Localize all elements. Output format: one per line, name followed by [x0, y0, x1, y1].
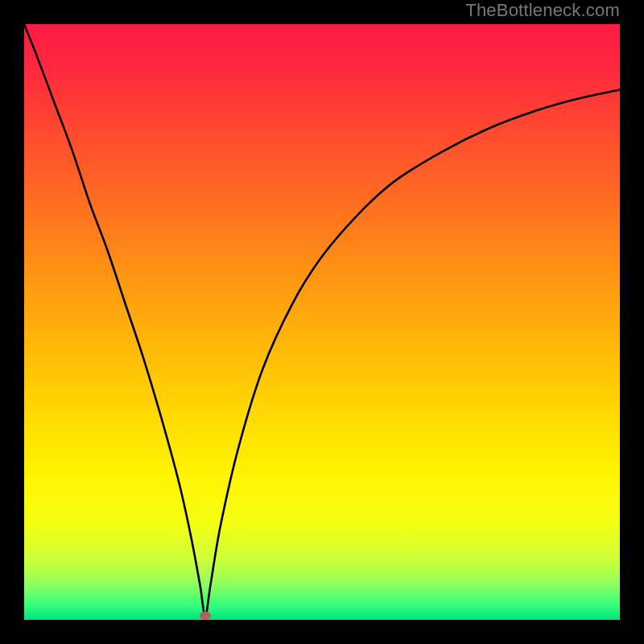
chart-frame: TheBottleneck.com — [0, 0, 644, 644]
chart-svg — [24, 24, 620, 620]
plot-area — [24, 24, 620, 620]
minimum-marker — [200, 612, 211, 620]
watermark-text: TheBottleneck.com — [465, 0, 620, 21]
